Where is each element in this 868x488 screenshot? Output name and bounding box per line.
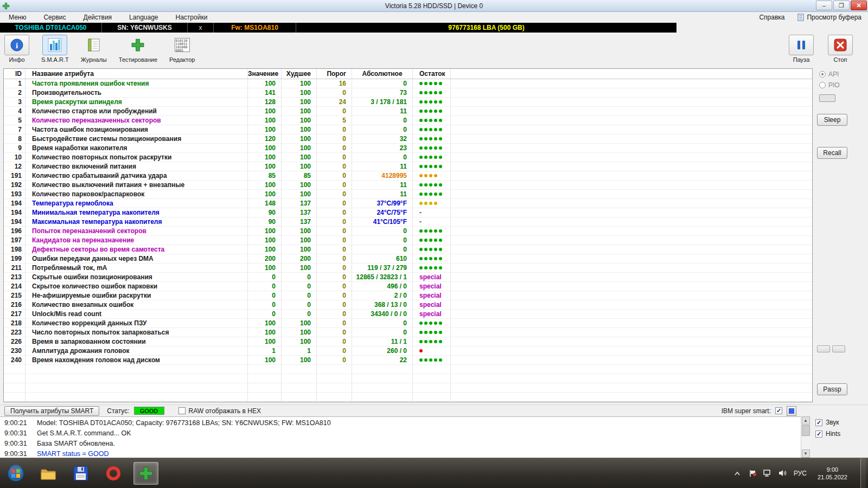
taskbar-opera-button[interactable] (101, 462, 126, 485)
get-smart-button[interactable]: Получить атрибуты SMART (4, 406, 99, 416)
language-indicator[interactable]: РУС (794, 470, 807, 477)
attr-name: Количество срабатываний датчика удара (25, 171, 248, 180)
mini-button-left[interactable] (817, 345, 830, 352)
smart-attribute-row[interactable]: 191Количество срабатываний датчика удара… (4, 171, 812, 181)
maximize-button[interactable]: ❐ (833, 1, 850, 10)
smart-attribute-row[interactable]: 196Попыток переназначений секторов100100… (4, 227, 812, 236)
menu-help[interactable]: Справка (752, 14, 791, 21)
attr-id: 230 (4, 346, 25, 355)
pio-radio[interactable]: PIO (819, 81, 840, 89)
header-attribute-name[interactable]: Название атрибута (25, 69, 248, 79)
pause-button[interactable]: Пауза (789, 35, 814, 63)
sleep-button[interactable]: Sleep (817, 114, 847, 126)
start-button[interactable] (3, 462, 28, 485)
recall-button[interactable]: Recall (817, 147, 847, 159)
smart-attribute-row[interactable]: 12Количество включений питания100100011 (4, 162, 812, 171)
hints-checkbox-row[interactable]: ✓ Hints (815, 430, 868, 438)
smart-attribute-row[interactable]: 240Время нахождения головок над диском10… (4, 356, 812, 365)
header-health[interactable]: Остаток (413, 69, 451, 79)
hints-checkbox[interactable]: ✓ (815, 431, 822, 438)
menu-service[interactable]: Сервис (35, 14, 74, 21)
smart-attribute-row[interactable]: 216Количество внезапных ошибок000368 / 1… (4, 300, 812, 310)
journals-button[interactable]: Журналы (81, 35, 107, 63)
log-output[interactable]: 9:00:21Model: TOSHIBA DT01ACA050; Capaci… (0, 416, 801, 458)
smart-attribute-row[interactable]: 7Частота ошибок позиционирования10010000 (4, 125, 812, 134)
smart-attribute-row[interactable]: 194Минимальная температура накопителя901… (4, 208, 812, 217)
scrollbar-thumb[interactable] (802, 425, 810, 436)
header-worst[interactable]: Худшее (282, 69, 317, 79)
menu-settings[interactable]: Настройки (167, 14, 216, 21)
device-tab-close[interactable]: x (188, 23, 214, 33)
smart-attribute-row[interactable]: 194Максимальная температура накопителя90… (4, 217, 812, 227)
ibm-super-smart-checkbox[interactable]: ✓ (775, 407, 782, 414)
smart-attribute-row[interactable]: 8Быстродействие системы позиционирования… (4, 134, 812, 144)
raw-hex-checkbox[interactable] (178, 407, 186, 414)
smart-attribute-row[interactable]: 2Производительность141100073 (4, 88, 812, 98)
menu-buffer-view[interactable]: Просмотр буфера (791, 14, 868, 21)
sound-checkbox[interactable]: ✓ (815, 419, 822, 426)
minimize-button[interactable]: – (816, 1, 832, 10)
tray-expand-button[interactable] (733, 469, 742, 478)
editor-button[interactable]: 0101101100111010000001 Редактор (169, 35, 195, 63)
smart-attribute-row[interactable]: 223Число повторных попыток запарковаться… (4, 328, 812, 337)
stop-button[interactable]: Стоп (828, 35, 853, 63)
info-button[interactable]: i Инфо (4, 35, 29, 63)
log-scrollbar[interactable]: ▲ ▼ (801, 416, 810, 458)
testing-button[interactable]: Тестирование (119, 35, 157, 63)
smart-attribute-row[interactable]: 192Количество выключений питания + внеза… (4, 181, 812, 190)
smart-attribute-row[interactable]: 199Ошибки передачи данных через DMA20020… (4, 254, 812, 264)
scroll-down-icon[interactable]: ▼ (802, 450, 810, 458)
smart-attribute-row[interactable]: 9Время наработки накопителя100100023 (4, 144, 812, 153)
header-id[interactable]: ID (4, 69, 25, 79)
taskbar-save-app-button[interactable] (68, 462, 93, 485)
smart-button[interactable]: S.M.A.R.T (41, 35, 69, 63)
smart-attribute-row[interactable]: 230Амплитуда дрожания головок110260 / 0 (4, 346, 812, 356)
header-value[interactable]: Значение (248, 69, 282, 79)
attr-name: Амплитуда дрожания головок (25, 346, 248, 355)
smart-attribute-row[interactable]: 194Температура гермоблока148137037°C/99°… (4, 199, 812, 208)
attr-threshold: 0 (317, 107, 352, 115)
taskbar-explorer-button[interactable] (36, 462, 61, 485)
smart-attribute-row[interactable]: 215Не-афишируемые ошибки раскрутки0002 /… (4, 291, 812, 300)
smart-attribute-row[interactable]: 218Количество коррекций данных ПЗУ100100… (4, 319, 812, 328)
smart-attribute-row[interactable]: 1Частота проявления ошибок чтения1001001… (4, 79, 812, 88)
smart-attribute-row[interactable]: 213Скрытые ошибки позиционирования000128… (4, 273, 812, 282)
health-dot (439, 192, 442, 196)
attr-threshold: 0 (317, 254, 352, 263)
smart-attribute-row[interactable]: 193Количество парковок/распарковок100100… (4, 190, 812, 199)
close-button[interactable]: ✕ (851, 1, 867, 10)
health-dot (419, 340, 423, 343)
taskbar-victoria-button[interactable] (133, 462, 158, 485)
menu-actions[interactable]: Действия (75, 14, 121, 21)
passport-button[interactable]: Passp (817, 383, 847, 395)
header-absolute[interactable]: Абсолютное (352, 69, 413, 79)
smart-attribute-row[interactable]: 4Количество стартов или пробуждений10010… (4, 107, 812, 116)
mini-button-right[interactable] (832, 345, 845, 352)
menu-language[interactable]: Language (120, 14, 167, 21)
api-radio[interactable]: API (819, 70, 839, 78)
smart-attribute-row[interactable]: 198Дефектные секторы во время самотеста1… (4, 245, 812, 254)
menu-menu[interactable]: Меню (0, 14, 35, 21)
journals-button-label: Журналы (81, 56, 107, 63)
smart-attribute-row[interactable]: 214Скрытое количество ошибок парковки000… (4, 282, 812, 291)
smart-attribute-row[interactable]: 10Количество повторных попыток раскрутки… (4, 153, 812, 162)
stop-icon (833, 38, 847, 52)
tray-flag-button[interactable] (748, 469, 757, 478)
tray-network-button[interactable] (763, 469, 772, 478)
smart-attribute-row[interactable]: 5Количество переназначенных секторов1001… (4, 116, 812, 125)
scroll-up-icon[interactable]: ▲ (802, 416, 810, 425)
taskbar-clock[interactable]: 9:00 21.05.2022 (813, 466, 852, 481)
smart-attribute-row[interactable]: 211Потребляемый ток, mA1001000119 / 37 /… (4, 264, 812, 273)
smart-attribute-row[interactable]: 197Кандидатов на переназначение10010000 (4, 236, 812, 245)
header-threshold[interactable]: Порог (317, 69, 352, 79)
smart-attribute-row[interactable]: 226Время в запаркованном состоянии100100… (4, 337, 812, 346)
raw-hex-checkbox-row[interactable]: RAW отображать в HEX (178, 407, 261, 415)
smart-attribute-row[interactable]: 3Время раскрутки шпинделя128100243 / 178… (4, 98, 812, 107)
smart-attribute-row[interactable]: 217Unlock/Mis read count00034340 / 0 / 0… (4, 310, 812, 319)
sound-checkbox-row[interactable]: ✓ Звук (815, 419, 868, 426)
row-filler (451, 346, 812, 355)
tray-volume-button[interactable] (778, 469, 787, 478)
attr-value: 120 (248, 134, 282, 143)
show-desktop-button[interactable] (860, 458, 866, 488)
blue-square-button[interactable] (787, 406, 796, 416)
